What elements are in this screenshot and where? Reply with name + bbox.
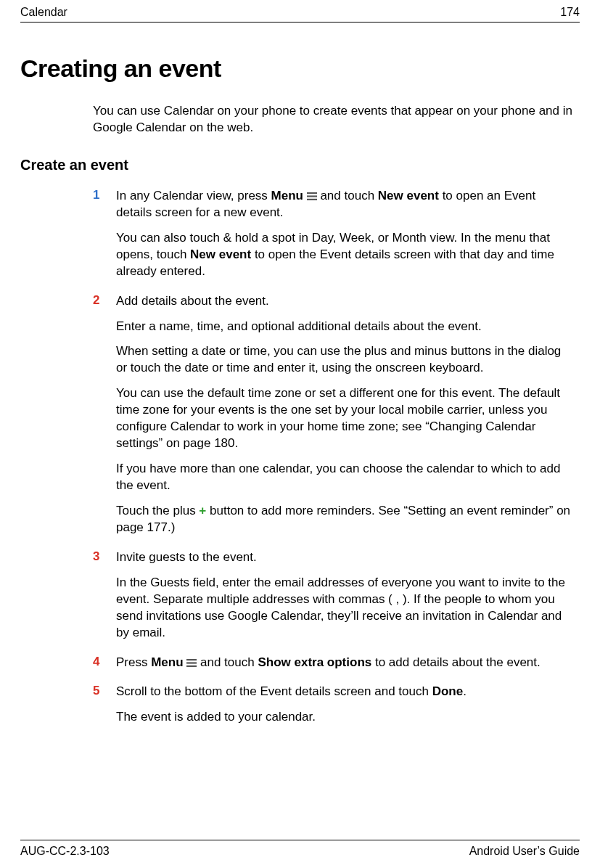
- step-number: 5: [93, 684, 116, 734]
- step-5-p2: The event is added to your calendar.: [116, 709, 572, 726]
- text: and touch: [317, 189, 378, 202]
- plus-icon: +: [199, 504, 206, 517]
- section-heading: Create an event: [20, 157, 580, 173]
- svg-rect-1: [307, 195, 317, 197]
- menu-icon: [307, 192, 317, 200]
- show-extra-options-label: Show extra options: [258, 655, 371, 669]
- svg-rect-2: [307, 199, 317, 200]
- step-number: 1: [93, 188, 116, 289]
- text: .: [463, 684, 467, 698]
- page-title: Creating an event: [20, 54, 580, 83]
- new-event-label: New event: [378, 189, 439, 202]
- page-header: Calendar 174: [20, 0, 580, 19]
- intro-paragraph: You can use Calendar on your phone to cr…: [93, 103, 572, 136]
- text: Press: [116, 655, 151, 669]
- step-4-p1: Press Menu and touch Show extra options …: [116, 655, 572, 671]
- step-3-p2: In the Guests field, enter the email add…: [116, 575, 572, 642]
- step-2-p6: Touch the plus + button to add more remi…: [116, 503, 572, 536]
- new-event-label: New event: [190, 247, 251, 261]
- step-3-p1: Invite guests to the event.: [116, 549, 572, 566]
- step-1-p2: You can also touch & hold a spot in Day,…: [116, 230, 572, 280]
- step-2-p2: Enter a name, time, and optional additio…: [116, 319, 572, 335]
- text: Touch the plus: [116, 504, 199, 517]
- text: and touch: [197, 655, 258, 669]
- header-rule: [20, 22, 580, 22]
- step-2-p1: Add details about the event.: [116, 293, 572, 310]
- steps-list: 1 In any Calendar view, press Menu and t…: [93, 188, 572, 734]
- text: to add details about the event.: [371, 655, 541, 669]
- step-body: Invite guests to the event. In the Guest…: [116, 549, 572, 650]
- step-body: Scroll to the bottom of the Event detail…: [116, 684, 572, 734]
- header-section: Calendar: [20, 6, 67, 19]
- text: Scroll to the bottom of the Event detail…: [116, 684, 432, 698]
- step-number: 3: [93, 549, 116, 650]
- step-5: 5 Scroll to the bottom of the Event deta…: [93, 684, 572, 734]
- menu-icon: [186, 659, 197, 667]
- step-1-p1: In any Calendar view, press Menu and tou…: [116, 188, 572, 221]
- step-number: 2: [93, 293, 116, 545]
- step-2: 2 Add details about the event. Enter a n…: [93, 293, 572, 545]
- step-5-p1: Scroll to the bottom of the Event detail…: [116, 684, 572, 700]
- text: In any Calendar view, press: [116, 189, 271, 202]
- step-number: 4: [93, 655, 116, 680]
- step-body: Add details about the event. Enter a nam…: [116, 293, 572, 545]
- svg-rect-5: [186, 665, 197, 666]
- svg-rect-0: [307, 192, 317, 194]
- step-2-p3: When setting a date or time, you can use…: [116, 343, 572, 377]
- header-page-number: 174: [560, 6, 580, 19]
- done-label: Done: [432, 684, 464, 698]
- footer-doc-id: AUG-CC-2.3-103: [20, 845, 110, 858]
- menu-label: Menu: [271, 189, 303, 202]
- step-3: 3 Invite guests to the event. In the Gue…: [93, 549, 572, 650]
- step-2-p5: If you have more than one calendar, you …: [116, 461, 572, 494]
- step-body: In any Calendar view, press Menu and tou…: [116, 188, 572, 289]
- svg-rect-4: [186, 662, 197, 663]
- step-body: Press Menu and touch Show extra options …: [116, 655, 572, 680]
- svg-rect-3: [186, 659, 197, 660]
- footer-guide: Android User’s Guide: [469, 845, 580, 858]
- step-4: 4 Press Menu and touch Show extra option…: [93, 655, 572, 680]
- page-footer: AUG-CC-2.3-103 Android User’s Guide: [20, 837, 580, 858]
- step-1: 1 In any Calendar view, press Menu and t…: [93, 188, 572, 289]
- step-2-p4: You can use the default time zone or set…: [116, 385, 572, 452]
- footer-rule: [20, 840, 580, 840]
- menu-label: Menu: [151, 655, 183, 669]
